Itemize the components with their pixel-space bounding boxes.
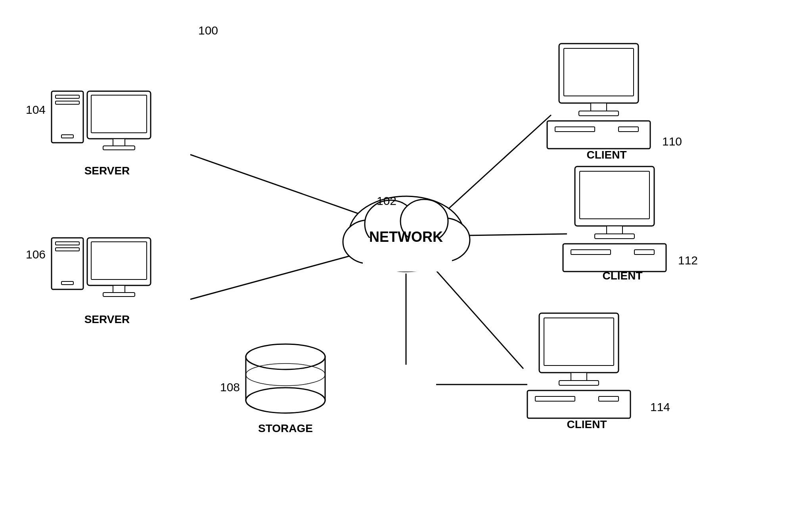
svg-line-0 xyxy=(190,155,377,220)
svg-rect-14 xyxy=(56,95,79,98)
svg-line-4 xyxy=(436,115,551,220)
svg-rect-52 xyxy=(535,396,575,401)
svg-rect-39 xyxy=(619,127,638,132)
svg-rect-26 xyxy=(91,242,147,279)
svg-rect-22 xyxy=(56,242,79,245)
svg-rect-53 xyxy=(599,396,619,401)
svg-point-31 xyxy=(246,388,325,413)
svg-rect-35 xyxy=(591,103,607,112)
figure-number: 100 xyxy=(198,24,218,37)
ref-104: 104 xyxy=(26,103,46,117)
svg-rect-24 xyxy=(61,281,73,285)
server1-icon xyxy=(52,91,151,150)
svg-rect-44 xyxy=(563,244,666,272)
ref-112: 112 xyxy=(678,254,698,267)
client3-icon xyxy=(527,313,630,418)
svg-rect-45 xyxy=(571,250,611,254)
svg-rect-34 xyxy=(564,48,634,96)
svg-line-6 xyxy=(428,262,523,369)
svg-rect-18 xyxy=(91,95,147,133)
svg-rect-20 xyxy=(103,146,135,150)
svg-rect-43 xyxy=(595,234,634,239)
client1-icon xyxy=(547,44,650,149)
svg-rect-37 xyxy=(547,121,650,149)
ref-108: 108 xyxy=(220,381,240,394)
ref-110: 110 xyxy=(662,135,682,148)
ref-106: 106 xyxy=(26,248,46,261)
client1-label: CLIENT xyxy=(567,149,646,161)
svg-rect-36 xyxy=(579,111,619,116)
client2-icon xyxy=(563,166,666,272)
server2-label: SERVER xyxy=(67,313,147,326)
svg-rect-16 xyxy=(61,135,73,138)
svg-rect-48 xyxy=(544,318,614,365)
client3-label: CLIENT xyxy=(547,418,626,431)
svg-rect-51 xyxy=(527,390,630,418)
network-label: NETWORK xyxy=(369,229,443,245)
server2-icon xyxy=(52,238,151,297)
storage-label: STORAGE xyxy=(246,422,325,435)
svg-rect-23 xyxy=(56,248,79,251)
svg-rect-46 xyxy=(634,250,654,254)
svg-rect-41 xyxy=(580,171,649,219)
server1-label: SERVER xyxy=(67,165,147,177)
svg-point-30 xyxy=(246,344,325,369)
client2-label: CLIENT xyxy=(583,270,662,282)
svg-rect-28 xyxy=(103,293,135,297)
svg-rect-38 xyxy=(555,127,595,132)
storage-icon xyxy=(246,344,325,413)
svg-rect-49 xyxy=(571,373,587,381)
ref-102: 102 xyxy=(377,194,396,208)
svg-line-1 xyxy=(190,250,373,299)
svg-rect-15 xyxy=(56,101,79,104)
ref-114: 114 xyxy=(650,400,670,414)
diagram-container: NETWORK 100 104 106 108 102 110 112 114 … xyxy=(0,0,812,530)
svg-rect-42 xyxy=(607,226,622,235)
svg-rect-50 xyxy=(559,381,599,385)
